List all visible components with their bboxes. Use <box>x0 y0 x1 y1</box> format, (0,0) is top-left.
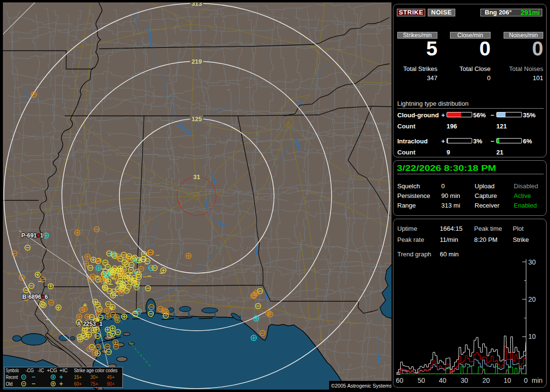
svg-text:+CG: +CG <box>47 367 57 373</box>
svg-text:-CG: -CG <box>26 367 34 373</box>
svg-text:Strike age color codes: Strike age color codes <box>74 367 117 373</box>
svg-text:+IC: +IC <box>59 367 68 373</box>
svg-text:B-6896+6: B-6896+6 <box>22 294 48 300</box>
svg-text:313: 313 <box>191 2 202 7</box>
svg-text:Symbols: Symbols <box>6 367 19 373</box>
svg-text:90+: 90+ <box>107 381 115 387</box>
svg-text:A-2253+1: A-2253+1 <box>77 321 102 327</box>
svg-text:125: 125 <box>191 115 202 123</box>
svg-text:219: 219 <box>191 58 202 65</box>
svg-text:75+: 75+ <box>90 381 98 387</box>
svg-text:Recent: Recent <box>6 374 18 380</box>
svg-text:45+: 45+ <box>107 374 115 380</box>
svg-text:P-691+1: P-691+1 <box>21 232 43 239</box>
svg-text:Old: Old <box>6 381 13 387</box>
svg-text:15+: 15+ <box>74 374 82 380</box>
svg-text:31: 31 <box>193 173 200 181</box>
svg-text:-IC: -IC <box>38 367 44 373</box>
svg-text:30+: 30+ <box>90 374 98 380</box>
svg-text:60+: 60+ <box>74 381 82 387</box>
